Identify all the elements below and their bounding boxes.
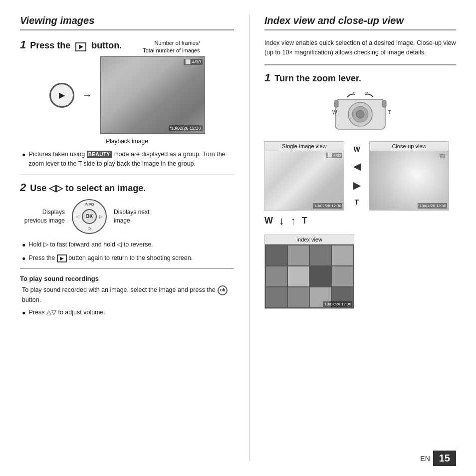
bullet1: ● Pictures taken using BEAUTY mode are d…	[20, 150, 234, 169]
play-button-icon[interactable]: ▶	[75, 42, 86, 51]
bullet3: ● Press the ▶ button again to return to …	[20, 253, 234, 263]
index-cell-8	[332, 266, 353, 286]
single-view-info: ⬜ 4/63	[326, 153, 342, 158]
single-view-photo	[265, 151, 344, 210]
divider3	[20, 268, 234, 269]
select-nav-row: Displays previous image INFO OK ⊙ ◁ ▷ Di…	[20, 199, 234, 234]
en-label: EN	[420, 455, 430, 463]
wt-up-arrow: ↑	[290, 215, 296, 228]
right-divider2	[264, 64, 456, 65]
close-view-block: Close-up view '13/02/26 12:30	[369, 141, 449, 211]
ok-button[interactable]: OK	[82, 209, 97, 224]
nav-right-icon: ▷	[99, 214, 103, 219]
views-container: Single-image view ⬜ 4/63 '13/02/26 12:30…	[264, 141, 456, 211]
right-divider	[264, 29, 456, 30]
right-section-title: Index view and close-up view	[264, 15, 456, 26]
play-button2-icon[interactable]: ▶	[57, 254, 67, 262]
info-label: INFO	[84, 202, 94, 207]
page-number: 15	[433, 451, 456, 466]
close-view-image: '13/02/26 12:30	[369, 151, 449, 211]
index-grid	[265, 244, 354, 308]
sound-text: To play sound recorded with an image, se…	[20, 285, 234, 305]
bullet3-dot: ●	[22, 254, 26, 263]
beauty-tag: BEAUTY	[87, 151, 112, 158]
arrow-right-icon: →	[82, 89, 92, 101]
zoom-lever-illustration: W T ← →	[310, 89, 410, 134]
nav-left-icon: ◁	[76, 214, 79, 219]
index-cell-7	[310, 266, 331, 286]
index-cell-6	[288, 266, 309, 286]
index-cell-2	[288, 245, 309, 265]
svg-text:T: T	[388, 110, 391, 115]
bullet2-dot: ●	[22, 240, 26, 250]
sound-title: To play sound recordings	[20, 275, 234, 282]
bullet3-text: Press the ▶ button again to return to th…	[29, 253, 193, 263]
right-intro: Index view enables quick selection of a …	[264, 38, 456, 57]
nav-down-icon: ⊙	[87, 226, 91, 231]
right-step1-header: 1 Turn the zoom lever.	[264, 71, 456, 84]
play-button-circle[interactable]: ▶	[49, 83, 74, 108]
sound-bullet-dot: ●	[22, 308, 26, 318]
playback-image	[101, 57, 205, 133]
thumb-inner	[440, 154, 445, 158]
close-view-date: '13/02/26 12:30	[418, 203, 447, 209]
step2-header: 2 Use ◁▷ to select an image.	[20, 181, 234, 194]
single-view-image: ⬜ 4/63 '13/02/26 12:30	[264, 151, 344, 211]
playback-overlay-info: ⬜ 4/30	[184, 59, 202, 65]
close-view-label: Close-up view	[369, 141, 449, 151]
svg-point-3	[356, 110, 364, 118]
next-label: Displays next image	[114, 208, 159, 225]
t-label: T	[355, 198, 359, 206]
left-divider	[20, 29, 234, 30]
playback-overlay-date: '13/02/26 12:30	[169, 125, 203, 131]
playback-image-box: ⬜ 4/30 '13/02/26 12:30	[100, 56, 205, 134]
wt-bottom-row: W ↓ ↑ T	[264, 215, 456, 228]
bullet2-text: Hold ▷ to fast forward and hold ◁ to rev…	[29, 240, 153, 250]
prev-label: Displays previous image	[20, 208, 65, 225]
single-view-block: Single-image view ⬜ 4/63 '13/02/26 12:30	[264, 141, 344, 211]
index-cell-4	[332, 245, 353, 265]
close-view-photo	[370, 151, 449, 210]
step2-number: 2	[20, 181, 26, 194]
playback-label: Playback image	[106, 138, 148, 145]
index-view-label: Index view	[264, 235, 354, 244]
step1-text: Press the ▶ button.	[30, 40, 122, 51]
left-column: Viewing images 1 Press the ▶ button. Num…	[20, 15, 249, 461]
index-cell-5	[266, 266, 287, 286]
svg-text:→: →	[364, 90, 369, 95]
svg-text:W: W	[332, 110, 337, 115]
left-arrow-icon: ◀	[353, 160, 361, 172]
playback-area: Number of frames/ Total number of images…	[20, 56, 234, 145]
divider2	[20, 175, 234, 175]
single-view-label: Single-image view	[264, 141, 344, 151]
right-column: Index view and close-up view Index view …	[249, 15, 456, 461]
wt-bottom-w: W	[264, 216, 273, 226]
nav-circle-container: INFO OK ⊙ ◁ ▷	[72, 199, 107, 234]
sound-text-content: To play sound recorded with an image, se…	[22, 285, 234, 305]
bullet2: ● Hold ▷ to fast forward and hold ◁ to r…	[20, 240, 234, 250]
wt-down-arrow: ↓	[279, 215, 284, 228]
sound-bullet: ● Press △▽ to adjust volume.	[20, 308, 234, 318]
index-view-image: '13/02/26 12:30	[264, 244, 354, 309]
page: Viewing images 1 Press the ▶ button. Num…	[0, 0, 476, 476]
single-view-date: '13/02/26 12:30	[313, 203, 342, 209]
right-step1-text: Turn the zoom lever.	[274, 73, 361, 84]
step1-header: 1 Press the ▶ button.	[20, 38, 234, 51]
svg-text:←: ←	[352, 90, 357, 95]
play-icon: ▶	[59, 90, 65, 100]
ok-button-inline[interactable]: ok	[218, 285, 228, 295]
step2-text: Use ◁▷ to select an image.	[30, 183, 146, 194]
sound-bullet-text: Press △▽ to adjust volume.	[29, 308, 105, 318]
bullet1-text: Pictures taken using BEAUTY mode are dis…	[29, 150, 234, 169]
page-number-area: EN 15	[420, 451, 456, 466]
index-box: Index view '13/02/26 12:30	[264, 235, 456, 309]
close-view-thumbnail-icon	[438, 153, 447, 160]
nav-circle[interactable]: INFO OK ⊙ ◁ ▷	[72, 199, 107, 234]
svg-rect-6	[382, 100, 386, 107]
svg-rect-4	[334, 100, 338, 107]
close-view-icons	[438, 153, 447, 160]
index-cell-3	[310, 245, 331, 265]
w-label: W	[353, 145, 360, 153]
right-arrow-icon: ▶	[353, 179, 361, 191]
index-date: '13/02/26 12:30	[323, 301, 352, 307]
